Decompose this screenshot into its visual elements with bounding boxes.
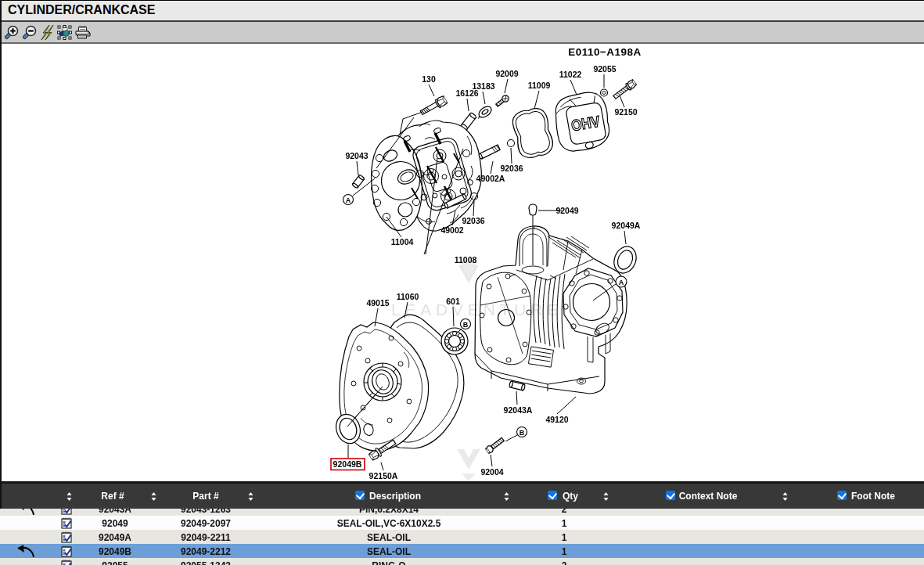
svg-text:92009: 92009	[495, 69, 518, 78]
svg-text:A: A	[619, 279, 624, 286]
svg-text:49002: 49002	[440, 225, 463, 235]
svg-text:11004: 11004	[391, 237, 414, 247]
svg-text:49002A: 49002A	[476, 174, 505, 183]
svg-text:130: 130	[422, 74, 436, 84]
svg-text:92043A: 92043A	[504, 405, 533, 415]
svg-text:LEADVENTURE: LEADVENTURE	[391, 300, 563, 318]
svg-text:92055: 92055	[593, 64, 616, 74]
svg-text:B: B	[463, 321, 469, 329]
svg-text:11009: 11009	[528, 81, 551, 90]
svg-text:E0110−A198A: E0110−A198A	[568, 46, 642, 58]
svg-text:92150A: 92150A	[369, 471, 398, 480]
svg-text:92004: 92004	[480, 467, 503, 477]
svg-text:92043: 92043	[345, 151, 368, 160]
svg-text:92036: 92036	[462, 216, 484, 225]
svg-text:11022: 11022	[559, 70, 582, 79]
svg-text:92049A: 92049A	[612, 221, 641, 230]
svg-text:92150: 92150	[614, 107, 637, 117]
svg-text:49015: 49015	[366, 298, 389, 308]
svg-text:92049B: 92049B	[333, 459, 362, 469]
svg-text:B: B	[520, 429, 525, 437]
svg-text:49120: 49120	[545, 415, 568, 424]
svg-text:16126: 16126	[455, 88, 478, 98]
svg-text:92036: 92036	[500, 164, 523, 173]
svg-text:A: A	[346, 196, 351, 204]
